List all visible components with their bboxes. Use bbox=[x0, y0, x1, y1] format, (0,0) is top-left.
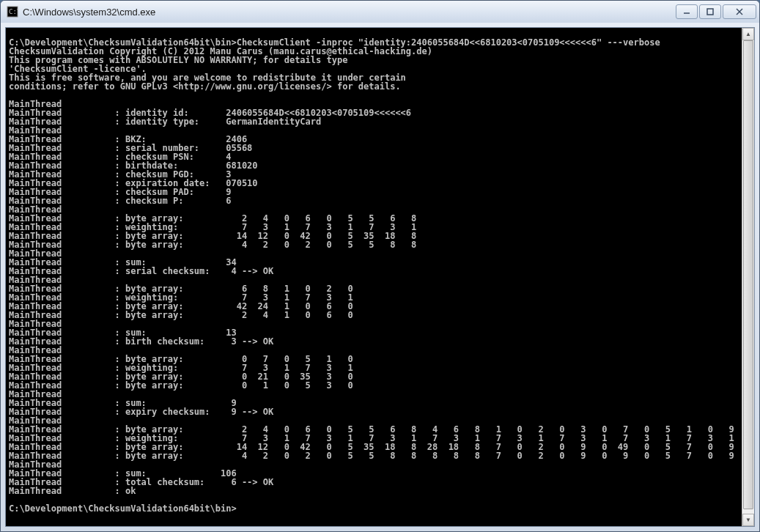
scroll-down-arrow[interactable]: ▼ bbox=[742, 514, 754, 526]
scroll-thumb[interactable] bbox=[743, 40, 753, 509]
scroll-up-arrow[interactable]: ▲ bbox=[742, 28, 754, 40]
window-title: C:\Windows\system32\cmd.exe bbox=[23, 7, 676, 18]
console-output[interactable]: C:\Development\ChecksumValidation64bit\b… bbox=[6, 28, 742, 526]
client-area: C:\Development\ChecksumValidation64bit\b… bbox=[1, 23, 759, 531]
cmd-icon: C:\ bbox=[7, 6, 18, 18]
minimize-button[interactable] bbox=[676, 4, 698, 19]
vertical-scrollbar[interactable]: ▲ ▼ bbox=[742, 28, 754, 526]
cmd-window: C:\ C:\Windows\system32\cmd.exe C:\Devel… bbox=[0, 0, 760, 532]
window-controls bbox=[676, 4, 756, 19]
svg-rect-3 bbox=[707, 9, 713, 15]
maximize-button[interactable] bbox=[699, 4, 721, 19]
titlebar[interactable]: C:\ C:\Windows\system32\cmd.exe bbox=[1, 1, 759, 23]
close-button[interactable] bbox=[723, 4, 756, 19]
console-frame: C:\Development\ChecksumValidation64bit\b… bbox=[5, 27, 755, 527]
svg-text:C:\: C:\ bbox=[9, 8, 18, 15]
